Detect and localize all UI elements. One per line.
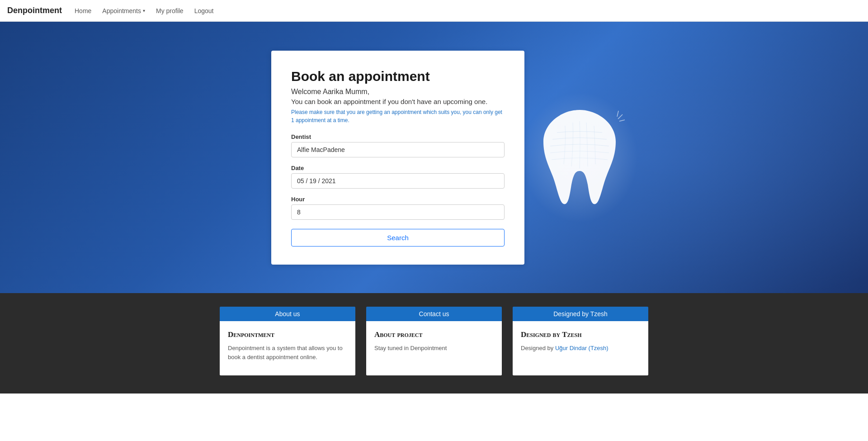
dentist-field-group: Dentist (291, 133, 505, 157)
footer-contact-header: Contact us (366, 307, 502, 321)
footer-contact-card: About project Stay tuned in Denpointment (366, 321, 502, 375)
footer-col-designer: Designed by Tzesh Designed by Tzesh Desi… (513, 307, 648, 375)
welcome-text: Welcome Aarika Mumm, (291, 88, 505, 96)
footer: About us Denpointment Denpointment is a … (0, 293, 868, 394)
note-text: Please make sure that you are getting an… (291, 108, 505, 124)
hour-input[interactable] (291, 204, 505, 220)
chevron-down-icon: ▾ (143, 8, 145, 13)
search-button[interactable]: Search (291, 229, 505, 247)
footer-about-title: Denpointment (228, 330, 347, 339)
subtitle-text: You can book an appointment if you don't… (291, 98, 505, 105)
navbar: Denpointment Home Appointments ▾ My prof… (0, 0, 868, 22)
hour-field-group: Hour (291, 196, 505, 220)
appointments-label: Appointments (102, 7, 141, 14)
footer-designer-body: Designed by Uğur Dindar (Tzesh) (521, 344, 640, 353)
footer-designer-title: Designed by Tzesh (521, 330, 640, 339)
footer-contact-body: Stay tuned in Denpointment (374, 344, 494, 353)
footer-about-header: About us (220, 307, 355, 321)
home-link[interactable]: Home (71, 5, 95, 16)
dentist-input[interactable] (291, 142, 505, 157)
date-label: Date (291, 165, 505, 171)
footer-col-about: About us Denpointment Denpointment is a … (220, 307, 355, 375)
nav-links: Home Appointments ▾ My profile Logout (71, 5, 217, 16)
date-input[interactable] (291, 173, 505, 189)
hour-label: Hour (291, 196, 505, 203)
appointments-dropdown[interactable]: Appointments ▾ (99, 5, 149, 16)
footer-designer-card: Designed by Tzesh Designed by Uğur Dinda… (513, 321, 648, 375)
logout-link[interactable]: Logout (191, 5, 217, 16)
footer-designer-prefix: Designed by (521, 345, 555, 351)
footer-about-card: Denpointment Denpointment is a system th… (220, 321, 355, 375)
footer-col-contact: Contact us About project Stay tuned in D… (366, 307, 502, 375)
footer-about-body: Denpointment is a system that allows you… (228, 344, 347, 361)
date-field-group: Date (291, 165, 505, 189)
hero-section: Book an appointment Welcome Aarika Mumm,… (0, 22, 868, 293)
tooth-illustration (534, 105, 625, 209)
form-title: Book an appointment (291, 69, 505, 84)
dentist-label: Dentist (291, 133, 505, 140)
brand-logo[interactable]: Denpointment (7, 6, 62, 15)
footer-contact-title: About project (374, 330, 494, 339)
footer-designer-link[interactable]: Uğur Dindar (Tzesh) (555, 345, 609, 351)
my-profile-link[interactable]: My profile (152, 5, 187, 16)
footer-designer-header: Designed by Tzesh (513, 307, 648, 321)
booking-form-card: Book an appointment Welcome Aarika Mumm,… (271, 51, 524, 265)
